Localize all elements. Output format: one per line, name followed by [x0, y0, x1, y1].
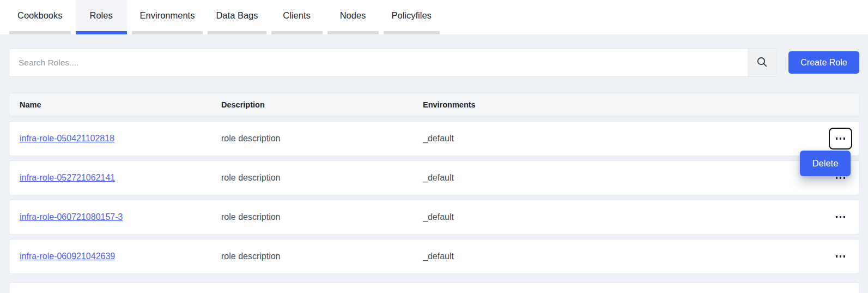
role-name-cell: infra-role-050421102818: [20, 134, 221, 143]
role-name-cell: infra-role-060721080157-3: [20, 212, 221, 222]
role-description-cell: role description: [221, 252, 423, 261]
role-description-cell: role description: [221, 212, 423, 222]
delete-menu-item[interactable]: Delete: [800, 151, 851, 176]
role-name-link[interactable]: infra-role-060921042639: [20, 252, 115, 261]
tab-label: Roles: [89, 10, 112, 21]
tab-label: Clients: [283, 10, 310, 21]
tab-underline: [271, 31, 323, 34]
tab-clients[interactable]: Clients: [271, 0, 323, 34]
tab-underline-active: [76, 31, 127, 34]
tab-underline: [9, 31, 71, 34]
role-environments-cell: _default: [423, 134, 829, 143]
tab-label: Nodes: [340, 10, 366, 21]
tab-cookbooks[interactable]: Cookbooks: [9, 0, 71, 34]
tab-underline: [327, 31, 379, 34]
tab-underline: [132, 31, 203, 34]
tab-underline: [208, 31, 266, 34]
ellipsis-icon: [836, 177, 846, 179]
role-name-link[interactable]: infra-role-060721080157-3: [20, 212, 123, 222]
role-description-cell: role description: [221, 173, 423, 183]
tab-roles[interactable]: Roles: [76, 0, 127, 34]
column-header-environments: Environments: [423, 100, 829, 109]
row-actions-menu-button[interactable]: [829, 206, 852, 228]
tab-nodes[interactable]: Nodes: [327, 0, 379, 34]
roles-panel: Create Role Name Description Environment…: [0, 34, 868, 293]
tab-policyfiles[interactable]: Policyfiles: [384, 0, 440, 34]
table-row: infra-role-050421102818 role description…: [9, 121, 859, 156]
ellipsis-icon: [836, 255, 846, 258]
search-toolbar: Create Role: [9, 48, 859, 77]
column-header-name: Name: [20, 100, 221, 109]
role-name-cell: infra-role-060921042639: [20, 252, 221, 261]
role-name-link[interactable]: infra-role-052721062141: [20, 173, 115, 182]
column-header-description: Description: [221, 100, 423, 109]
search-input-group: [9, 48, 777, 77]
tab-data-bags[interactable]: Data Bags: [208, 0, 266, 34]
tab-label: Environments: [140, 10, 195, 21]
search-button[interactable]: [748, 49, 776, 76]
role-name-cell: infra-role-052721062141: [20, 173, 221, 183]
search-icon: [756, 56, 768, 69]
role-name-link[interactable]: infra-role-050421102818: [20, 134, 114, 143]
row-actions-menu-button[interactable]: [829, 128, 852, 150]
tab-label: Data Bags: [216, 10, 258, 21]
role-environments-cell: _default: [423, 212, 829, 222]
tab-environments[interactable]: Environments: [132, 0, 203, 34]
role-environments-cell: _default: [423, 173, 829, 183]
table-row-partial: [9, 282, 859, 293]
tab-underline: [384, 31, 440, 34]
row-actions-menu-button[interactable]: [829, 246, 852, 267]
table-header: Name Description Environments: [9, 93, 859, 116]
create-role-button[interactable]: Create Role: [788, 51, 859, 74]
tab-label: Cookbooks: [17, 10, 63, 21]
table-row: infra-role-060921042639 role description…: [9, 239, 859, 274]
infra-views-tab-bar: Cookbooks Roles Environments Data Bags C…: [0, 0, 868, 34]
search-input[interactable]: [9, 49, 748, 76]
table-row: infra-role-060721080157-3 role descripti…: [9, 200, 859, 235]
role-description-cell: role description: [221, 134, 423, 143]
tab-label: Policyfiles: [392, 10, 432, 21]
role-environments-cell: _default: [423, 252, 829, 261]
ellipsis-icon: [836, 137, 846, 140]
ellipsis-icon: [836, 216, 846, 218]
table-row: infra-role-052721062141 role description…: [9, 160, 859, 195]
